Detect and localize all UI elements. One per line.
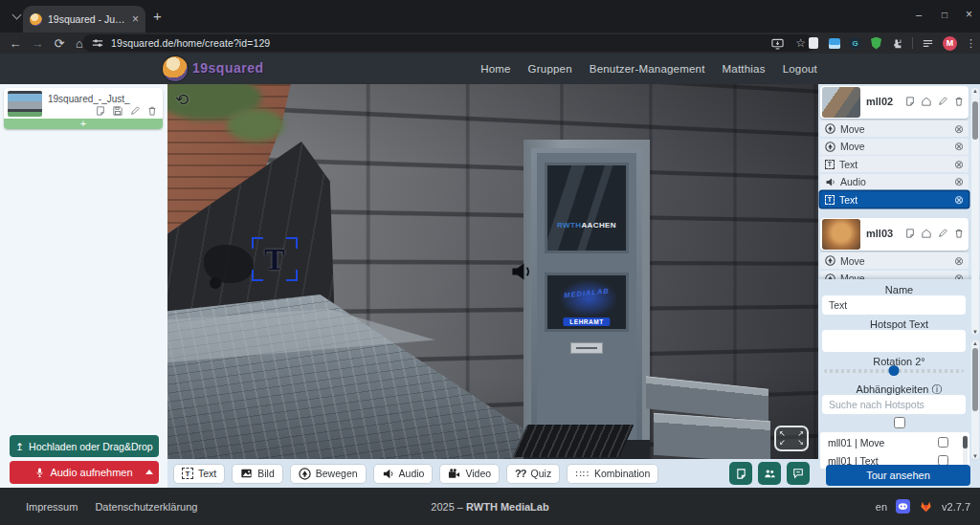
extension-shield-icon[interactable]: [870, 37, 882, 50]
speaker-icon: [382, 468, 394, 480]
chat-button[interactable]: [787, 462, 810, 485]
tab-groups-icon[interactable]: [922, 37, 934, 50]
browser-tab-active[interactable]: 19squared - Just more than 360 ×: [23, 6, 145, 33]
upload-button[interactable]: ↥ Hochladen oder Drag&Drop: [10, 435, 159, 457]
browser-toolbar: ← → ⟳ ⌂ 19squared.de/home/create?id=129 …: [0, 33, 980, 54]
note-icon[interactable]: [905, 229, 915, 238]
nav-benutzer-management[interactable]: Benutzer-Management: [590, 63, 705, 75]
name-input[interactable]: [822, 295, 966, 315]
address-bar[interactable]: 19squared.de/home/create?id=129 ☆: [82, 34, 815, 52]
add-scene-button[interactable]: +: [4, 119, 163, 129]
expand-caret-icon[interactable]: [145, 470, 153, 474]
properties-scrollbar[interactable]: ▲ ▼: [971, 340, 979, 459]
edit-pencil-icon[interactable]: [938, 97, 947, 106]
window-maximize-button[interactable]: □: [942, 0, 947, 29]
main-nav: Home Gruppen Benutzer-Management Matthia…: [480, 54, 817, 84]
tool-video-button[interactable]: Video: [439, 464, 500, 484]
back-button[interactable]: ←: [7, 34, 24, 52]
profile-avatar[interactable]: M: [943, 36, 957, 51]
extensions-puzzle-icon[interactable]: [891, 37, 903, 50]
extension-doc-icon[interactable]: [807, 37, 819, 50]
scene-mll02-card[interactable]: mll02: [820, 86, 969, 119]
gitlab-icon[interactable]: [919, 499, 933, 514]
nav-gruppen[interactable]: Gruppen: [528, 63, 572, 75]
tool-bewegen-button[interactable]: Bewegen: [290, 464, 367, 484]
tool-quiz-button[interactable]: ?? Quiz: [506, 464, 560, 484]
remove-icon[interactable]: ⊗: [954, 141, 964, 152]
nav-logout[interactable]: Logout: [783, 63, 817, 75]
save-icon[interactable]: [113, 106, 122, 116]
scene-mll02-thumbnail[interactable]: [822, 87, 860, 118]
window-close-button[interactable]: ×: [966, 0, 972, 29]
hotspot-row-move[interactable]: Move⊗: [820, 139, 969, 155]
edit-pencil-icon[interactable]: [130, 106, 140, 116]
remove-icon[interactable]: ⊗: [954, 159, 964, 170]
hotspot-row-move[interactable]: Move⊗: [820, 252, 969, 269]
text-tool-icon: T: [825, 160, 835, 169]
trash-icon[interactable]: [954, 97, 964, 106]
browser-menu-icon[interactable]: ⋮: [966, 37, 976, 50]
trash-icon[interactable]: [954, 229, 964, 238]
nav-home[interactable]: Home: [480, 63, 510, 75]
arrow-icon: ↖: [779, 430, 786, 438]
tool-bild-button[interactable]: Bild: [232, 464, 283, 484]
dependency-row[interactable]: mll01 | Move: [820, 432, 969, 450]
select-all-checkbox[interactable]: [894, 417, 905, 428]
remove-icon[interactable]: ⊗: [954, 255, 964, 267]
scene-thumbnail[interactable]: [8, 91, 42, 117]
audio-hotspot[interactable]: [508, 260, 535, 285]
text-hotspot[interactable]: T: [252, 237, 298, 281]
language-selector[interactable]: en: [876, 501, 887, 513]
hotspots-scrollbar[interactable]: ▲ ▼: [971, 88, 979, 335]
send-to-device-icon[interactable]: [771, 37, 784, 50]
new-tab-button[interactable]: +: [153, 8, 162, 24]
hotspot-search-input[interactable]: [822, 395, 966, 414]
tab-close-icon[interactable]: ×: [132, 13, 139, 25]
door-sign-rwth: RWTH: [557, 221, 581, 230]
tool-kombination-button[interactable]: ∷∷ Kombination: [567, 464, 658, 484]
app-header: 19squared Home Gruppen Benutzer-Manageme…: [0, 54, 980, 84]
nav-user-matthias[interactable]: Matthias: [723, 63, 766, 75]
tool-text-button[interactable]: T Text: [173, 464, 225, 484]
hotspot-row-text-selected[interactable]: T Text⊗: [820, 191, 969, 208]
extension-folder-icon[interactable]: [828, 37, 840, 50]
extension-g-icon[interactable]: G: [849, 37, 861, 50]
collaborators-button[interactable]: [758, 462, 781, 485]
tool-audio-button[interactable]: Audio: [373, 464, 434, 484]
panorama-viewport[interactable]: RWTHAACHEN MEDIALAB LEHRAMT ⟲: [167, 84, 818, 459]
forward-button[interactable]: →: [29, 34, 46, 52]
scene-card[interactable]: 19squared_-_Just_ +: [4, 88, 163, 129]
remove-icon[interactable]: ⊗: [954, 194, 964, 206]
record-audio-button[interactable]: Audio aufnehmen: [10, 461, 159, 484]
hotspot-row-move[interactable]: Move⊗: [820, 120, 969, 137]
remove-icon[interactable]: ⊗: [954, 176, 964, 187]
window-minimize-button[interactable]: –: [916, 0, 922, 29]
note-icon[interactable]: [905, 97, 915, 106]
list-scrollbar[interactable]: [963, 435, 968, 466]
scene-mll03-card[interactable]: mll03: [820, 218, 969, 251]
app-logo-icon[interactable]: [163, 56, 188, 81]
rotation-slider-thumb[interactable]: [889, 365, 900, 376]
brand-title[interactable]: 19squared: [192, 60, 264, 76]
notes-button[interactable]: [729, 462, 752, 485]
hotspot-text-input[interactable]: [822, 330, 966, 352]
info-icon[interactable]: ⓘ: [931, 383, 942, 395]
trash-icon[interactable]: [147, 106, 157, 116]
note-icon[interactable]: [96, 106, 105, 116]
hotspot-row-audio[interactable]: Audio⊗: [820, 174, 969, 190]
dependency-checkbox[interactable]: [938, 437, 948, 448]
discord-icon[interactable]: [896, 499, 910, 514]
rotation-slider[interactable]: [824, 369, 964, 373]
fullscreen-button[interactable]: ↖ ↗ ↙ ↘: [774, 426, 809, 451]
bookmark-star-icon[interactable]: ☆: [795, 36, 806, 50]
home-icon[interactable]: [922, 97, 931, 106]
reload-button[interactable]: ⟳: [51, 34, 68, 52]
pan-rotate-icon[interactable]: ⟲: [175, 90, 189, 110]
scene-mll03-thumbnail[interactable]: [822, 219, 860, 250]
tour-ansehen-button[interactable]: Tour ansehen: [826, 465, 970, 486]
hotspot-row-text[interactable]: T Text⊗: [820, 156, 969, 172]
home-icon[interactable]: [922, 229, 931, 238]
site-info-icon[interactable]: [92, 37, 103, 49]
remove-icon[interactable]: ⊗: [954, 123, 964, 135]
edit-pencil-icon[interactable]: [938, 229, 947, 238]
